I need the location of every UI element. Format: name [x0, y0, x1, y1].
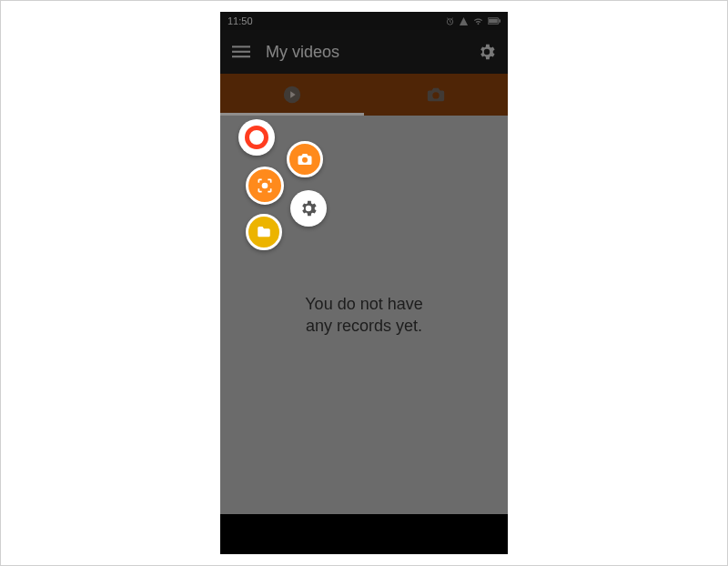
hamburger-icon — [232, 43, 250, 61]
wifi-icon — [472, 16, 484, 26]
camera-small-icon — [297, 151, 313, 167]
play-icon — [282, 85, 302, 105]
bubble-screenshot-button[interactable] — [287, 141, 323, 177]
status-icons — [445, 16, 500, 26]
empty-line2: any records yet. — [305, 315, 422, 337]
empty-line1: You do not have — [305, 293, 422, 315]
settings-button[interactable] — [477, 42, 497, 62]
svg-rect-5 — [232, 51, 250, 53]
svg-point-9 — [432, 92, 439, 98]
bubble-folder-button[interactable] — [246, 214, 282, 250]
svg-rect-4 — [232, 45, 250, 47]
camera-icon — [425, 85, 447, 105]
svg-point-11 — [262, 183, 268, 189]
battery-icon — [488, 16, 500, 25]
alarm-icon — [445, 16, 455, 26]
page-frame: 11:50 My videos — [0, 0, 728, 566]
tab-photos[interactable] — [364, 74, 508, 116]
tab-videos[interactable] — [220, 74, 364, 116]
status-time: 11:50 — [228, 15, 253, 26]
empty-state-text: You do not have any records yet. — [305, 293, 422, 338]
tab-bar — [220, 74, 508, 116]
gear-small-icon — [298, 198, 318, 218]
bubble-settings-button[interactable] — [290, 190, 327, 227]
toolbox-icon — [256, 177, 274, 195]
bubble-record-button[interactable] — [238, 119, 275, 156]
gear-icon — [477, 42, 497, 62]
app-bar: My videos — [220, 30, 508, 74]
svg-rect-3 — [499, 19, 500, 22]
page-title: My videos — [266, 43, 462, 62]
android-nav-bar — [220, 514, 508, 554]
folder-icon — [256, 224, 272, 240]
phone-screen: 11:50 My videos — [220, 12, 508, 554]
status-bar: 11:50 — [220, 12, 508, 30]
bubble-toolbox-button[interactable] — [246, 167, 284, 205]
svg-point-10 — [302, 157, 308, 163]
signal-icon — [459, 16, 469, 26]
svg-rect-2 — [489, 19, 498, 23]
menu-button[interactable] — [231, 42, 251, 62]
svg-rect-6 — [232, 56, 250, 57]
record-icon — [245, 126, 268, 149]
